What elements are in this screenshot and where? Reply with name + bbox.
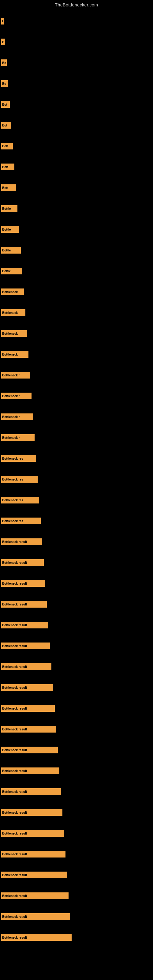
bar-label: Bottleneck result bbox=[2, 540, 27, 544]
bar-label: Bottleneck result bbox=[2, 748, 27, 752]
bar-label: Bottleneck res bbox=[2, 519, 23, 523]
bar-label: Bottleneck result bbox=[2, 561, 27, 565]
bar-item: Bottle bbox=[1, 205, 18, 212]
bar-label: Bottleneck bbox=[2, 311, 18, 315]
bar-item: Bottleneck result bbox=[1, 643, 50, 649]
bar-item: Bottleneck result bbox=[1, 892, 69, 899]
bar-label: Bottleneck res bbox=[2, 478, 23, 481]
bar-item: Bottleneck bbox=[1, 288, 24, 295]
bar-item: Bo bbox=[1, 59, 7, 66]
bar-item: Bottleneck r bbox=[1, 372, 30, 379]
bar-item: Bott bbox=[1, 164, 14, 170]
bar-label: Bottleneck r bbox=[2, 374, 20, 377]
bar-item: Bottleneck result bbox=[1, 705, 55, 712]
bar-label: B bbox=[2, 20, 3, 23]
bar-item: Bottleneck result bbox=[1, 684, 53, 691]
bar-label: Bott bbox=[2, 186, 8, 189]
bar-label: Bottle bbox=[2, 269, 11, 273]
bar-item: Bottleneck res bbox=[1, 497, 39, 503]
bar-label: Bottleneck result bbox=[2, 894, 27, 897]
bar-label: Bottleneck res bbox=[2, 457, 23, 460]
bar-item: Bottleneck result bbox=[1, 747, 58, 753]
bar-label: Bottleneck result bbox=[2, 603, 27, 606]
bar-label: Bottleneck r bbox=[2, 415, 20, 418]
bar-item: Bottleneck result bbox=[1, 663, 51, 670]
bar-label: Bottleneck res bbox=[2, 499, 23, 502]
bar-label: Bottleneck bbox=[2, 353, 18, 356]
bar-item: Bottle bbox=[1, 226, 19, 233]
bar-label: Bottleneck r bbox=[2, 436, 20, 439]
bar-item: Bottleneck bbox=[1, 309, 26, 316]
bar-item: B bbox=[1, 18, 4, 24]
bar-label: Bottleneck result bbox=[2, 707, 27, 710]
bar-item: Bot bbox=[1, 122, 11, 129]
bar-label: Bottleneck result bbox=[2, 665, 27, 668]
bar-label: Bot bbox=[2, 124, 7, 127]
bar-item: Bott bbox=[1, 185, 16, 191]
bar-item: Bottleneck result bbox=[1, 934, 72, 941]
bar-item: Bottleneck result bbox=[1, 767, 59, 774]
bar-item: Bottleneck bbox=[1, 330, 27, 337]
bar-label: Bottleneck result bbox=[2, 936, 27, 939]
site-title: TheBottlenecker.com bbox=[0, 0, 153, 9]
bar-label: Bo bbox=[2, 82, 6, 86]
bar-item: Bottleneck result bbox=[1, 559, 44, 566]
bar-item: Bott bbox=[1, 143, 13, 150]
bar-label: Bottleneck bbox=[2, 332, 18, 335]
bar-item: Bottleneck r bbox=[1, 393, 32, 399]
bar-label: Bottleneck result bbox=[2, 915, 27, 918]
bar-item: Bottleneck res bbox=[1, 517, 41, 524]
bar-label: Bo bbox=[2, 61, 6, 65]
bar-item: Bottleneck result bbox=[1, 538, 42, 545]
bar-item: Bottle bbox=[1, 247, 21, 254]
bar-item: Bottleneck result bbox=[1, 872, 67, 878]
bar-item: Bottleneck result bbox=[1, 622, 48, 628]
bar-label: B bbox=[2, 40, 4, 44]
bar-item: Bottleneck bbox=[1, 351, 29, 358]
bar-label: Bottleneck result bbox=[2, 811, 27, 814]
bar-label: Bottleneck bbox=[2, 290, 18, 294]
bar-label: Bottleneck result bbox=[2, 728, 27, 731]
bar-label: Bottleneck result bbox=[2, 769, 27, 773]
bar-item: Bottleneck result bbox=[1, 788, 61, 795]
bar-item: Bottleneck result bbox=[1, 830, 64, 837]
bar-item: Bottleneck result bbox=[1, 913, 70, 920]
bar-item: Bottleneck result bbox=[1, 726, 56, 733]
bar-item: Bottleneck res bbox=[1, 455, 36, 462]
bar-item: Bottle bbox=[1, 268, 22, 274]
bar-item: Bottleneck result bbox=[1, 580, 45, 587]
bar-label: Bot bbox=[2, 103, 7, 106]
bar-item: Bot bbox=[1, 101, 10, 108]
bar-label: Bottle bbox=[2, 228, 11, 231]
bar-label: Bottleneck result bbox=[2, 624, 27, 627]
bar-item: Bottleneck res bbox=[1, 476, 38, 483]
bar-label: Bottleneck r bbox=[2, 395, 20, 398]
bar-label: Bott bbox=[2, 165, 8, 169]
bar-label: Bottle bbox=[2, 207, 11, 210]
bar-item: Bo bbox=[1, 80, 8, 87]
bar-label: Bottleneck result bbox=[2, 853, 27, 856]
bar-label: Bottle bbox=[2, 249, 11, 252]
bar-label: Bottleneck result bbox=[2, 686, 27, 689]
bar-item: Bottleneck result bbox=[1, 601, 47, 608]
bar-item: Bottleneck result bbox=[1, 851, 65, 858]
bar-label: Bottleneck result bbox=[2, 832, 27, 835]
bar-item: B bbox=[1, 38, 5, 45]
bar-label: Bottleneck result bbox=[2, 873, 27, 877]
bar-label: Bott bbox=[2, 145, 8, 148]
bar-item: Bottleneck r bbox=[1, 434, 35, 441]
bar-item: Bottleneck r bbox=[1, 414, 33, 420]
bar-item: Bottleneck result bbox=[1, 809, 62, 816]
bar-label: Bottleneck result bbox=[2, 790, 27, 794]
bar-label: Bottleneck result bbox=[2, 582, 27, 585]
bar-label: Bottleneck result bbox=[2, 644, 27, 648]
